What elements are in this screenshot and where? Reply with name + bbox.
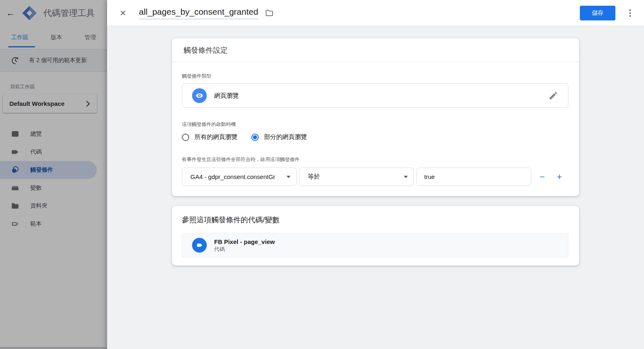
gtm-trigger-editor-screen: ← 代碼管理工具 工作區 版本 管理 有 2 個可用的範本更新 目前工作區 <box>0 0 644 349</box>
notification-text: 有 2 個可用的範本更新 <box>29 57 87 64</box>
reference-item-row[interactable]: FB Pixel - page_view 代碼 <box>182 233 568 257</box>
workspace-name: Default Workspace <box>9 100 84 107</box>
pencil-edit-icon[interactable] <box>548 91 558 101</box>
current-workspace-label: 目前工作區 <box>10 83 107 90</box>
template-icon <box>11 219 20 228</box>
sidebar-item-label: 資料夾 <box>30 202 47 210</box>
horizontal-scrollbar[interactable] <box>0 347 107 349</box>
sidebar-item-overview[interactable]: 總覽 <box>0 125 97 143</box>
chevron-down-icon <box>404 176 408 178</box>
trigger-type-box[interactable]: 網頁瀏覽 <box>182 83 568 108</box>
tab-bar: 工作區 版本 管理 <box>0 26 107 49</box>
editor-header: ✕ all_pages_by_consent_granted 儲存 <box>107 0 644 26</box>
sidebar-item-label: 變數 <box>30 184 42 192</box>
radio-selected-icon <box>251 134 259 141</box>
remove-condition-button[interactable]: − <box>535 170 549 184</box>
editor-body: 觸發條件設定 觸發條件類型 網頁瀏覽 <box>107 26 644 266</box>
sidebar-item-label: 範本 <box>30 220 42 228</box>
save-button[interactable]: 儲存 <box>580 6 615 20</box>
pageview-eye-icon <box>192 88 207 103</box>
active-tab-underline <box>8 46 35 47</box>
template-update-notification[interactable]: 有 2 個可用的範本更新 <box>0 49 107 72</box>
sidebar-item-triggers[interactable]: 觸發條件 <box>0 161 97 179</box>
sidebar-item-label: 觸發條件 <box>30 166 53 174</box>
folder-icon <box>11 201 20 210</box>
fires-on-label: 這項觸發條件的啟動時機 <box>182 121 568 128</box>
trigger-type-label: 觸發條件類型 <box>182 73 568 80</box>
app-header: ← 代碼管理工具 <box>0 0 107 26</box>
background-app-pane: ← 代碼管理工具 工作區 版本 管理 有 2 個可用的範本更新 目前工作區 <box>0 0 107 349</box>
overview-icon <box>11 130 20 139</box>
current-workspace-section: 目前工作區 Default Workspace <box>0 72 107 113</box>
fires-on-radio-group: 所有的網頁瀏覽 部分的網頁瀏覽 <box>182 133 568 141</box>
radio-unselected-icon <box>182 134 189 141</box>
workspace-selector[interactable]: Default Workspace <box>3 94 97 113</box>
close-icon[interactable]: ✕ <box>118 8 128 18</box>
reference-name: FB Pixel - page_view <box>214 238 275 246</box>
add-condition-button[interactable]: + <box>552 170 566 184</box>
update-refresh-icon <box>11 56 20 65</box>
variable-icon <box>11 183 20 192</box>
trigger-editor-panel: ✕ all_pages_by_consent_granted 儲存 觸發條件設定… <box>107 0 644 349</box>
trigger-icon <box>11 166 20 174</box>
app-title: 代碼管理工具 <box>43 7 95 19</box>
chevron-right-icon <box>84 100 92 108</box>
trigger-config-title: 觸發條件設定 <box>183 45 568 55</box>
chevron-down-icon <box>286 176 291 178</box>
condition-row: GA4 - gdpr_consent.consentGr 等於 − + <box>182 168 568 186</box>
reference-type: 代碼 <box>214 246 275 253</box>
sidebar-item-templates[interactable]: 範本 <box>0 215 97 233</box>
kebab-menu-icon[interactable] <box>625 7 635 19</box>
sidebar-item-label: 代碼 <box>30 148 42 156</box>
gtm-logo <box>21 5 38 21</box>
trigger-config-card: 觸發條件設定 觸發條件類型 網頁瀏覽 <box>172 38 579 196</box>
tag-circle-icon <box>192 238 207 253</box>
trigger-type-value: 網頁瀏覽 <box>214 92 548 100</box>
radio-some-pageviews[interactable]: 部分的網頁瀏覽 <box>251 133 307 141</box>
tag-icon <box>11 148 20 157</box>
folder-outline-icon[interactable] <box>265 9 274 18</box>
tab-versions[interactable]: 版本 <box>40 34 73 41</box>
back-arrow-icon[interactable]: ← <box>5 7 16 19</box>
sidebar-item-folders[interactable]: 資料夾 <box>0 197 97 215</box>
radio-all-pageviews[interactable]: 所有的網頁瀏覽 <box>182 133 237 141</box>
condition-value-input[interactable] <box>416 168 531 186</box>
sidebar-item-label: 總覽 <box>30 130 42 138</box>
sidebar-item-variables[interactable]: 變數 <box>0 179 97 197</box>
sidebar-nav: 總覽 代碼 觸發條件 <box>0 125 107 233</box>
conditions-label: 有事件發生且這些條件全部符合時，啟用這項觸發條件 <box>182 156 568 163</box>
references-title: 參照這項觸發條件的代碼/變數 <box>182 215 568 225</box>
condition-variable-select[interactable]: GA4 - gdpr_consent.consentGr <box>182 168 297 186</box>
tab-admin[interactable]: 管理 <box>74 34 107 41</box>
references-card: 參照這項觸發條件的代碼/變數 FB Pixel - page_view 代碼 <box>172 206 579 266</box>
condition-operator-select[interactable]: 等於 <box>299 168 414 186</box>
tab-workspace[interactable]: 工作區 <box>0 34 40 41</box>
sidebar-item-tags[interactable]: 代碼 <box>0 143 97 161</box>
trigger-name-field[interactable]: all_pages_by_consent_granted <box>139 7 258 19</box>
